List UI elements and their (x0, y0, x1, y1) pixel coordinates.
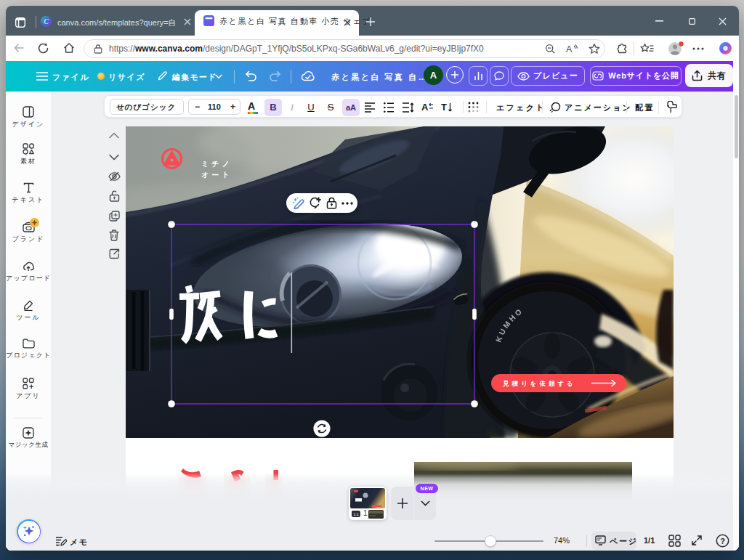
svg-text:A: A (421, 102, 429, 113)
svg-text:1:1: 1:1 (353, 512, 359, 516)
svg-text:T: T (441, 102, 447, 113)
svg-text:C: C (44, 17, 49, 25)
svg-text:A: A (566, 44, 573, 54)
svg-text:?: ? (720, 537, 725, 545)
